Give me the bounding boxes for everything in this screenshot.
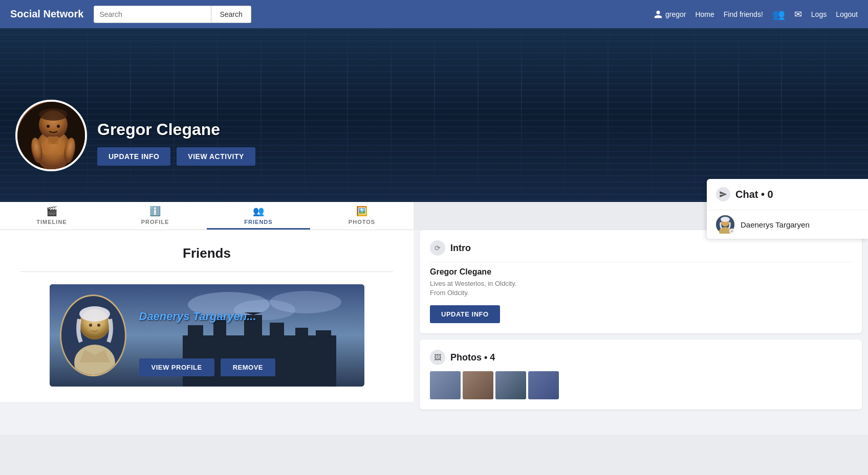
profile-name-actions: Gregor Clegane UPDATE INFO VIEW ACTIVITY: [97, 100, 255, 166]
photos-widget-header: 🖼 Photos • 4: [430, 350, 852, 365]
photo-thumb-1[interactable]: [430, 371, 461, 399]
view-activity-button[interactable]: VIEW ACTIVITY: [177, 147, 255, 166]
svg-point-9: [47, 125, 50, 128]
view-profile-button[interactable]: VIEW PROFILE: [139, 358, 214, 376]
avatar-face: [17, 102, 85, 169]
chat-title: Chat • 0: [735, 189, 773, 200]
svg-rect-20: [295, 328, 308, 341]
navbar-username: gregor: [665, 10, 686, 18]
tab-friends-label: FRIENDS: [244, 219, 272, 225]
friends-divider: [20, 272, 393, 272]
nav-logs[interactable]: Logs: [811, 10, 827, 18]
search-button[interactable]: Search: [211, 6, 251, 23]
intro-update-info-button[interactable]: UPDATE INFO: [430, 305, 500, 323]
intro-from: From Oldcity.: [430, 289, 852, 297]
svg-point-27: [79, 306, 110, 322]
photos-preview-grid: [430, 371, 852, 399]
photos-widget: 🖼 Photos • 4: [420, 340, 862, 410]
photos-widget-title: Photos • 4: [450, 352, 495, 363]
svg-rect-16: [188, 325, 203, 341]
profile-info-overlay: Gregor Clegane UPDATE INFO VIEW ACTIVITY: [15, 100, 255, 171]
update-info-button[interactable]: UPDATE INFO: [97, 147, 170, 166]
chat-panel: Chat • 0 Daenerys Targaryen: [707, 179, 868, 239]
profile-name: Gregor Clegane: [97, 120, 255, 139]
timeline-icon: 🎬: [46, 206, 58, 217]
nav-find-friends[interactable]: Find friends!: [724, 10, 763, 18]
cover-section: Gregor Clegane UPDATE INFO VIEW ACTIVITY: [0, 28, 868, 202]
svg-rect-19: [270, 323, 284, 341]
svg-rect-17: [213, 320, 226, 341]
svg-point-14: [270, 291, 341, 313]
friend-card: Daenerys Targaryen... VIEW PROFILE REMOV…: [50, 284, 364, 387]
tab-profile-label: PROFILE: [141, 219, 169, 225]
photo-thumb-2[interactable]: [463, 371, 493, 399]
tab-timeline[interactable]: 🎬 TIMELINE: [0, 202, 103, 230]
friend-avatar-svg: [61, 296, 126, 376]
svg-point-33: [721, 217, 730, 222]
navbar: Social Network Search gregor Home Find f…: [0, 0, 868, 28]
svg-point-29: [97, 324, 100, 327]
brand-logo: Social Network: [10, 8, 83, 20]
nav-home[interactable]: Home: [695, 10, 714, 18]
intro-lives-at: Lives at Westerlos, in Oldcity.: [430, 280, 852, 287]
photo-thumb-4[interactable]: [528, 371, 559, 399]
nav-logout[interactable]: Logout: [836, 10, 858, 18]
photos-icon: 🖼️: [356, 206, 368, 217]
profile-actions: UPDATE INFO VIEW ACTIVITY: [97, 147, 255, 166]
svg-point-10: [57, 125, 60, 128]
svg-point-5: [41, 141, 53, 155]
photos-widget-icon: 🖼: [430, 350, 445, 365]
nav-friends-icon[interactable]: 👥: [772, 8, 785, 20]
profile-icon: ℹ️: [149, 206, 161, 217]
intro-title: Intro: [450, 243, 471, 254]
avatar-svg: [17, 102, 87, 171]
chat-user-item[interactable]: Daenerys Targaryen: [707, 210, 868, 239]
friends-title: Friends: [20, 245, 393, 261]
navbar-right: gregor Home Find friends! 👥 ✉ Logs Logou…: [654, 8, 858, 20]
tab-profile[interactable]: ℹ️ PROFILE: [103, 202, 207, 230]
chat-send-icon: [716, 187, 730, 201]
chat-status-dot: [729, 229, 734, 234]
tab-timeline-label: TIMELINE: [36, 219, 67, 225]
profile-avatar: [15, 100, 87, 171]
friend-buttons: VIEW PROFILE REMOVE: [139, 358, 276, 376]
intro-name: Gregor Clegane: [430, 267, 852, 277]
send-icon-svg: [719, 190, 727, 198]
tabs-bar: 🎬 TIMELINE ℹ️ PROFILE 👥 FRIENDS 🖼️ PHOTO…: [0, 202, 414, 230]
search-input[interactable]: [94, 6, 211, 23]
nav-messages-icon[interactable]: ✉: [794, 9, 802, 20]
left-panel: Friends: [0, 230, 414, 435]
remove-friend-button[interactable]: REMOVE: [221, 358, 275, 376]
tab-photos[interactable]: 🖼️ PHOTOS: [310, 202, 414, 230]
intro-widget-header: ⟳ Intro: [430, 240, 852, 256]
friends-content: Friends: [0, 230, 414, 402]
svg-point-3: [39, 108, 68, 121]
svg-rect-21: [316, 330, 331, 341]
user-icon: [654, 10, 663, 19]
friend-avatar: [60, 295, 126, 376]
chat-header: Chat • 0: [707, 179, 868, 210]
tab-photos-label: PHOTOS: [349, 219, 375, 225]
navbar-user[interactable]: gregor: [654, 10, 686, 19]
photo-thumb-3[interactable]: [495, 371, 526, 399]
tab-friends[interactable]: 👥 FRIENDS: [207, 202, 310, 230]
chat-user-avatar: [716, 215, 734, 234]
friends-icon: 👥: [253, 206, 265, 217]
main-container: Friends: [0, 230, 868, 435]
svg-point-28: [89, 324, 92, 327]
intro-divider: [430, 262, 852, 262]
friend-name: Daenerys Targaryen...: [139, 310, 256, 323]
chat-user-name: Daenerys Targaryen: [741, 220, 810, 229]
svg-point-6: [53, 141, 66, 155]
intro-icon: ⟳: [430, 240, 445, 256]
intro-widget: ⟳ Intro Gregor Clegane Lives at Westerlo…: [420, 230, 862, 333]
right-panel: ⟳ Intro Gregor Clegane Lives at Westerlo…: [414, 230, 868, 435]
